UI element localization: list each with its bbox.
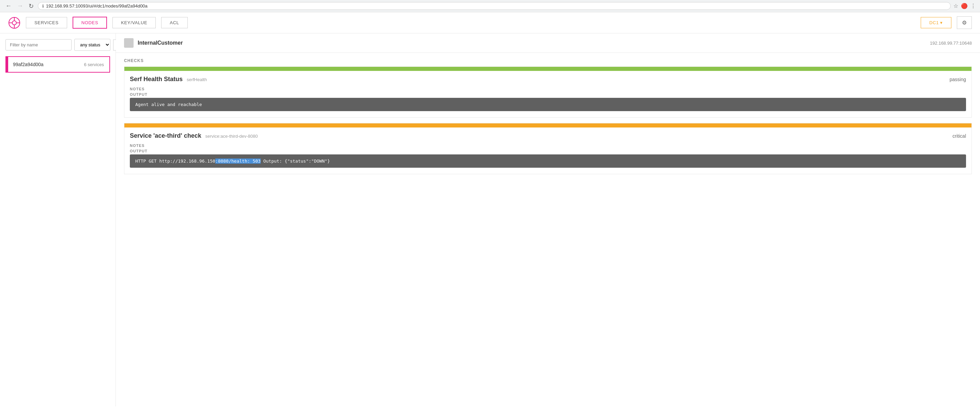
- output-label-ace: OUTPUT: [130, 149, 966, 153]
- output-highlight-ace: :8080/health: 503: [215, 158, 261, 164]
- settings-button[interactable]: ⚙: [957, 16, 972, 29]
- check-status-bar-passing: [124, 67, 972, 71]
- status-select[interactable]: any status passing warning critical: [74, 39, 110, 51]
- check-card-serf: Serf Health Status serfHealth passing NO…: [124, 67, 972, 118]
- content-panel: InternalCustomer 192.168.99.77:10648 CHE…: [116, 34, 980, 406]
- check-status-label-ace: critical: [952, 133, 966, 139]
- browser-actions: ☆ 🔴 ⋮: [953, 3, 976, 9]
- output-row-serf: OUTPUT Agent alive and reachable: [130, 93, 966, 111]
- notes-row-ace: NOTES: [130, 144, 966, 148]
- check-header-serf: Serf Health Status serfHealth passing: [130, 76, 966, 83]
- dc1-nav[interactable]: DC1 ▾: [921, 17, 951, 28]
- sidebar: any status passing warning critical EXPA…: [0, 34, 116, 406]
- node-header: InternalCustomer 192.168.99.77:10648: [116, 34, 980, 53]
- notes-row-serf: NOTES: [130, 87, 966, 91]
- main-layout: any status passing warning critical EXPA…: [0, 34, 980, 406]
- acl-nav[interactable]: ACL: [161, 17, 188, 28]
- browser-bar: ← → ↻ ℹ 192.168.99.57:10093/ui/#/dc1/nod…: [0, 0, 980, 12]
- check-name-serf: Serf Health Status: [130, 76, 183, 83]
- check-id-ace: service:ace-third-dev-8080: [205, 134, 258, 139]
- node-name: 99af2a94d00a: [13, 62, 44, 67]
- forward-button[interactable]: →: [16, 2, 24, 10]
- output-row-ace: OUTPUT HTTP GET http://192.168.96.150:80…: [130, 149, 966, 168]
- check-card-ace: Service 'ace-third' check service:ace-th…: [124, 123, 972, 174]
- check-title-group-ace: Service 'ace-third' check service:ace-th…: [130, 132, 258, 139]
- more-button[interactable]: ⋮: [970, 3, 976, 9]
- filter-row: any status passing warning critical EXPA…: [5, 39, 110, 51]
- consul-logo: [8, 17, 21, 29]
- output-box-serf: Agent alive and reachable: [130, 98, 966, 111]
- node-title: InternalCustomer: [138, 40, 183, 46]
- node-avatar: [124, 38, 134, 48]
- notes-label-ace: NOTES: [130, 144, 966, 148]
- keyvalue-nav[interactable]: KEY/VALUE: [113, 17, 156, 28]
- svg-point-1: [12, 21, 16, 25]
- output-suffix-ace: Output: {"status":"DOWN"}: [261, 158, 330, 164]
- check-body-serf: Serf Health Status serfHealth passing NO…: [124, 71, 972, 117]
- node-ip: 192.168.99.77:10648: [930, 41, 972, 46]
- checks-label: CHECKS: [124, 53, 972, 67]
- node-list-item[interactable]: 99af2a94d00a 6 services: [5, 56, 110, 73]
- url-bar: ℹ 192.168.99.57:10093/ui/#/dc1/nodes/99a…: [38, 2, 951, 10]
- check-id-serf: serfHealth: [187, 77, 207, 82]
- check-status-bar-critical: [124, 123, 972, 128]
- output-box-ace: HTTP GET http://192.168.96.150:8080/heal…: [130, 155, 966, 168]
- info-icon: ℹ: [42, 4, 44, 8]
- node-header-left: InternalCustomer: [124, 38, 183, 48]
- output-text-serf: Agent alive and reachable: [135, 102, 202, 107]
- check-header-ace: Service 'ace-third' check service:ace-th…: [130, 132, 966, 139]
- extensions-button[interactable]: 🔴: [961, 3, 968, 9]
- services-nav[interactable]: SERVICES: [26, 17, 67, 28]
- check-status-label-serf: passing: [950, 77, 966, 82]
- url-text: 192.168.99.57:10093/ui/#/dc1/nodes/99af2…: [46, 3, 946, 8]
- node-services-count: 6 services: [84, 62, 104, 67]
- nodes-nav[interactable]: NODES: [73, 17, 107, 29]
- check-name-ace: Service 'ace-third' check: [130, 132, 201, 139]
- back-button[interactable]: ←: [4, 2, 13, 10]
- checks-section: CHECKS Serf Health Status serfHealth pas…: [116, 53, 980, 188]
- check-title-group: Serf Health Status serfHealth: [130, 76, 207, 83]
- output-label-serf: OUTPUT: [130, 93, 966, 96]
- app-header: SERVICES NODES KEY/VALUE ACL DC1 ▾ ⚙: [0, 12, 980, 34]
- notes-label-serf: NOTES: [130, 87, 966, 91]
- filter-input[interactable]: [5, 39, 72, 51]
- check-body-ace: Service 'ace-third' check service:ace-th…: [124, 128, 972, 174]
- star-button[interactable]: ☆: [953, 3, 958, 9]
- output-prefix-ace: HTTP GET http://192.168.96.150: [135, 158, 215, 164]
- reload-button[interactable]: ↻: [27, 2, 35, 10]
